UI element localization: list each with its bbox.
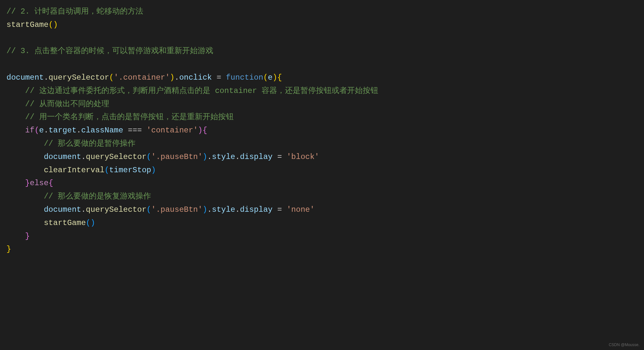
token-comment: // 那么要做的是暂停操作 (44, 139, 135, 148)
token-property: e (39, 126, 44, 135)
token-property: onclick (179, 73, 212, 82)
token-property: display (240, 205, 273, 214)
token-string: 'container' (146, 126, 198, 135)
token-operator: = (212, 73, 226, 82)
code-line[interactable]: } (6, 243, 644, 256)
code-line[interactable]: startGame() (6, 217, 644, 230)
token-dot: . (235, 205, 240, 214)
token-dot: . (81, 205, 86, 214)
token-variable: document (6, 73, 44, 82)
code-line[interactable]: document.querySelector('.pauseBtn').styl… (6, 203, 644, 217)
indent (6, 152, 44, 161)
token-paren-blue: ( (86, 219, 90, 227)
token-property: className (81, 126, 123, 135)
token-operator: = (273, 205, 287, 214)
token-dot: . (81, 152, 86, 161)
code-line[interactable]: } (6, 230, 644, 243)
token-dot: . (44, 126, 48, 135)
code-line[interactable]: document.querySelector('.container').onc… (6, 71, 644, 85)
indent (6, 232, 25, 241)
token-dot: . (207, 205, 212, 214)
token-paren-purple: ( (34, 126, 39, 135)
indent (6, 100, 25, 108)
token-comment: // 3. 点击整个容器的时候，可以暂停游戏和重新开始游戏 (6, 47, 213, 55)
token-keyword-pink: if (25, 126, 35, 135)
token-fn-call: startGame (6, 20, 49, 29)
token-string: 'none' (287, 205, 314, 214)
code-line[interactable] (6, 58, 644, 71)
token-comment: // 2. 计时器自动调用，蛇移动的方法 (6, 7, 143, 16)
token-dot: . (235, 152, 240, 161)
token-paren-blue: ( (146, 205, 151, 214)
indent (6, 219, 44, 227)
token-comment: // 从而做出不同的处理 (25, 100, 109, 108)
token-fn-call: querySelector (49, 73, 109, 82)
token-brace-yellow: } (6, 245, 11, 254)
token-property: style (212, 152, 235, 161)
token-paren-blue: ( (104, 166, 109, 175)
token-keyword-pink: else (30, 179, 49, 187)
token-string: '.pauseBtn' (151, 152, 202, 161)
token-fn-call: clearInterval (44, 166, 104, 175)
token-paren-yellow: ( (263, 73, 268, 82)
token-brace-purple: { (49, 179, 53, 187)
token-string: 'block' (287, 152, 319, 161)
code-line[interactable]: // 从而做出不同的处理 (6, 98, 644, 111)
token-paren-purple: ) (198, 126, 203, 135)
token-operator: = (273, 152, 287, 161)
code-line[interactable]: // 3. 点击整个容器的时候，可以暂停游戏和重新开始游戏 (6, 45, 644, 58)
code-line[interactable]: }else{ (6, 177, 644, 190)
token-dot: . (44, 73, 48, 82)
token-brace-purple: } (25, 179, 30, 187)
token-paren-yellow: ) (53, 20, 58, 29)
token-operator: === (123, 126, 146, 135)
token-variable: document (44, 152, 81, 161)
indent (6, 179, 25, 187)
indent (6, 205, 44, 214)
token-paren-blue: ) (90, 219, 95, 227)
token-paren-yellow: ( (109, 73, 114, 82)
token-paren-blue: ) (203, 152, 207, 161)
indent (6, 86, 25, 95)
code-line[interactable]: // 那么要做的是暂停操作 (6, 137, 644, 151)
indent (6, 139, 44, 148)
indent (6, 166, 44, 175)
code-line[interactable] (6, 32, 644, 45)
token-dot: . (207, 152, 212, 161)
token-property: style (212, 205, 235, 214)
code-line[interactable]: // 那么要做的是恢复游戏操作 (6, 190, 644, 203)
token-comment: // 那么要做的是恢复游戏操作 (44, 192, 151, 201)
token-fn-call: startGame (44, 219, 86, 227)
code-line[interactable]: // 用一个类名判断，点击的是暂停按钮，还是重新开始按钮 (6, 111, 644, 124)
token-brace-purple: } (25, 232, 30, 241)
code-editor[interactable]: // 2. 计时器自动调用，蛇移动的方法startGame() // 3. 点击… (0, 5, 644, 256)
token-dot: . (76, 126, 81, 135)
token-string: '.container' (114, 73, 170, 82)
token-fn-call: querySelector (86, 205, 146, 214)
token-string: '.pauseBtn' (151, 205, 202, 214)
code-line[interactable]: clearInterval(timerStop) (6, 164, 644, 177)
token-property: e (268, 73, 273, 82)
code-line[interactable]: document.querySelector('.pauseBtn').styl… (6, 151, 644, 164)
token-comment: // 用一个类名判断，点击的是暂停按钮，还是重新开始按钮 (25, 113, 234, 121)
token-paren-yellow: ) (170, 73, 174, 82)
token-paren-yellow: ) (273, 73, 277, 82)
token-brace-yellow: { (277, 73, 282, 82)
token-paren-blue: ( (146, 152, 151, 161)
code-line[interactable]: // 2. 计时器自动调用，蛇移动的方法 (6, 5, 644, 18)
code-line[interactable]: // 这边通过事件委托的形式，判断用户酒精点击的是 container 容器，还… (6, 85, 644, 98)
token-fn-call: querySelector (86, 152, 146, 161)
token-comment: // 这边通过事件委托的形式，判断用户酒精点击的是 container 容器，还… (25, 86, 379, 95)
indent (6, 126, 25, 135)
token-paren-yellow: ( (49, 20, 53, 29)
token-keyword-blue: function (226, 73, 263, 82)
token-property: target (49, 126, 76, 135)
token-dot: . (175, 73, 179, 82)
code-line[interactable]: startGame() (6, 18, 644, 32)
token-brace-purple: { (203, 126, 207, 135)
watermark: CSDN @Mousse. (609, 342, 639, 348)
token-paren-blue: ) (151, 166, 156, 175)
indent (6, 192, 44, 201)
token-variable: document (44, 205, 81, 214)
code-line[interactable]: if(e.target.className === 'container'){ (6, 124, 644, 137)
